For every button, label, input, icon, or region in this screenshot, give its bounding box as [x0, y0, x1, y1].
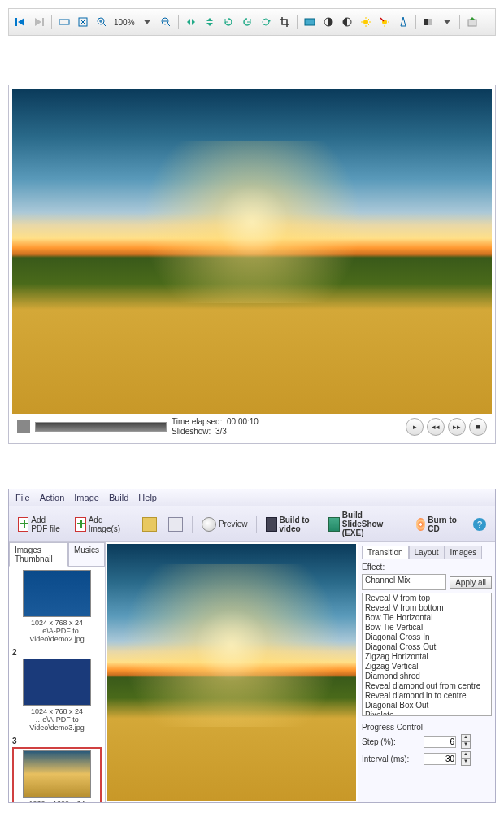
effect-list-item[interactable]: Bow Tie Vertical [363, 623, 491, 633]
microphone-icon [17, 420, 30, 433]
preview-image [12, 89, 492, 414]
add-pdf-icon [18, 517, 28, 532]
tab-transition[interactable]: Transition [362, 546, 409, 559]
contrast-up-icon[interactable] [320, 14, 337, 30]
thumbnail-list[interactable]: 1024 x 768 x 24 …e\A-PDF to Video\demo2.… [9, 567, 105, 802]
effect-list-item[interactable]: Diagonal Cross Out [363, 642, 491, 652]
brightness-down-icon[interactable] [376, 14, 393, 30]
thumbnail-number: 2 [12, 648, 102, 657]
add-images-icon [75, 517, 86, 532]
thumbnail-image [23, 570, 91, 617]
export-icon[interactable] [464, 14, 480, 30]
thumbnail-path: …e\A-PDF to Video\demo2.jpg [12, 627, 102, 643]
thumbnail-image [23, 750, 91, 798]
play-button[interactable]: ▸ [406, 418, 424, 436]
effect-list-item[interactable]: Diagonal Box Out [363, 701, 491, 711]
rotate-icon[interactable] [258, 14, 274, 30]
flip-v-icon[interactable] [202, 14, 218, 30]
rotate-left-icon[interactable] [220, 14, 237, 30]
sharpen-icon[interactable] [395, 14, 411, 30]
open-button[interactable] [138, 515, 161, 533]
slideshow-icon [328, 517, 339, 532]
flip-h-icon[interactable] [183, 14, 199, 30]
brightness-up-icon[interactable] [358, 14, 374, 30]
slideshow-value: 3/3 [215, 427, 227, 436]
tab-layout[interactable]: Layout [409, 546, 445, 559]
effect-list[interactable]: Reveal V from topReveal V from bottomBow… [362, 593, 492, 716]
effect-select[interactable]: Channel Mix [362, 574, 446, 590]
menu-help[interactable]: Help [138, 493, 157, 502]
folder-icon [142, 517, 157, 532]
zoom-level[interactable]: 100% [112, 18, 137, 27]
effect-icon[interactable] [302, 14, 318, 30]
fit-screen-icon[interactable] [75, 14, 91, 30]
thumbnail-dim: 1920 x 1200 x 24 [15, 799, 98, 802]
stop-button[interactable]: ■ [469, 418, 487, 436]
preview-controls: ▸ ◂◂ ▸▸ ■ [406, 418, 487, 436]
preview-button[interactable]: Preview [198, 515, 252, 533]
progress-bar[interactable] [35, 422, 167, 432]
zoom-in-icon[interactable] [93, 14, 110, 30]
contrast-down-icon[interactable] [339, 14, 355, 30]
interval-label: Interval (ms): [362, 754, 419, 763]
effect-list-item[interactable]: Reveal V from bottom [363, 603, 491, 613]
thumbnail-item-selected[interactable]: 1920 x 1200 x 24 …pdf\Pictures\6Uf22L2)j… [12, 747, 102, 802]
effect-list-item[interactable]: Reveal diamond out from centre [363, 681, 491, 691]
effect-list-item[interactable]: Bow Tie Horizontal [363, 613, 491, 623]
rotate-right-icon[interactable] [239, 14, 255, 30]
interval-input[interactable] [424, 753, 456, 765]
menu-file[interactable]: File [15, 493, 30, 502]
editor-window: File Action Image Build Help Add PDF fil… [8, 489, 496, 803]
save-button[interactable] [164, 515, 187, 533]
fit-width-icon[interactable] [56, 14, 72, 30]
apply-all-button[interactable]: Apply all [450, 576, 492, 589]
first-icon[interactable] [12, 14, 28, 30]
image-toolbar: 100% [8, 8, 496, 36]
svg-point-10 [363, 20, 368, 24]
thumbnails-panel: Images Thumbnail Musics 1024 x 768 x 24 … [9, 542, 106, 802]
thumbnail-dim: 1024 x 768 x 24 [12, 707, 102, 715]
menu-build[interactable]: Build [109, 493, 128, 502]
effect-list-item[interactable]: Reveal V from top [363, 593, 491, 603]
slideshow-label: Slideshow: [172, 427, 211, 436]
effect-label: Effect: [362, 563, 492, 572]
interval-spinner[interactable]: ▲▼ [461, 751, 471, 766]
video-icon [266, 517, 276, 532]
build-slideshow-button[interactable]: Build SlideShow (EXE) [324, 509, 408, 539]
effect-list-item[interactable]: Zigzag Vertical [363, 662, 491, 672]
next-button[interactable]: ▸▸ [448, 418, 466, 436]
effect-list-item[interactable]: Diagonal Cross In [363, 633, 491, 642]
grayscale-icon[interactable] [420, 14, 437, 30]
add-pdf-button[interactable]: Add PDF file [14, 514, 67, 535]
tab-musics[interactable]: Musics [68, 542, 105, 567]
preview-info: Time elapsed: 00:00:10 Slideshow: 3/3 [172, 417, 401, 437]
grayscale-dropdown-icon[interactable] [439, 14, 455, 30]
thumbnail-item[interactable]: 1024 x 768 x 24 …e\A-PDF to Video\demo2.… [12, 570, 102, 643]
effect-list-item[interactable]: Pixelate [363, 711, 491, 716]
tab-images[interactable]: Images [445, 546, 483, 559]
build-video-button[interactable]: Build to video [262, 514, 321, 535]
step-spinner[interactable]: ▲▼ [461, 734, 471, 749]
effect-list-item[interactable]: Reveal diamond in to centre [363, 691, 491, 701]
preview-statusbar: Time elapsed: 00:00:10 Slideshow: 3/3 ▸ … [12, 414, 492, 440]
canvas-image [107, 544, 356, 801]
svg-rect-7 [305, 19, 315, 25]
step-input[interactable] [424, 736, 456, 748]
prev-button[interactable]: ◂◂ [427, 418, 445, 436]
effect-list-item[interactable]: Zigzag Horizontal [363, 652, 491, 662]
menu-action[interactable]: Action [40, 493, 65, 502]
time-elapsed-label: Time elapsed: [172, 417, 222, 426]
burn-cd-button[interactable]: Burn to CD [412, 514, 463, 535]
tab-thumbnails[interactable]: Images Thumbnail [9, 542, 68, 567]
zoom-out-icon[interactable] [158, 14, 174, 30]
last-icon[interactable] [31, 14, 47, 30]
crop-icon[interactable] [276, 14, 293, 30]
menu-image[interactable]: Image [74, 493, 99, 502]
help-button[interactable]: ? [469, 516, 490, 533]
effect-list-item[interactable]: Diamond shred [363, 672, 491, 681]
svg-point-6 [263, 19, 269, 25]
zoom-dropdown-icon[interactable] [139, 14, 155, 30]
add-images-button[interactable]: Add Image(s) [71, 514, 128, 535]
thumbnail-item[interactable]: 1024 x 768 x 24 …e\A-PDF to Video\demo3.… [12, 659, 102, 732]
separator [256, 516, 257, 533]
